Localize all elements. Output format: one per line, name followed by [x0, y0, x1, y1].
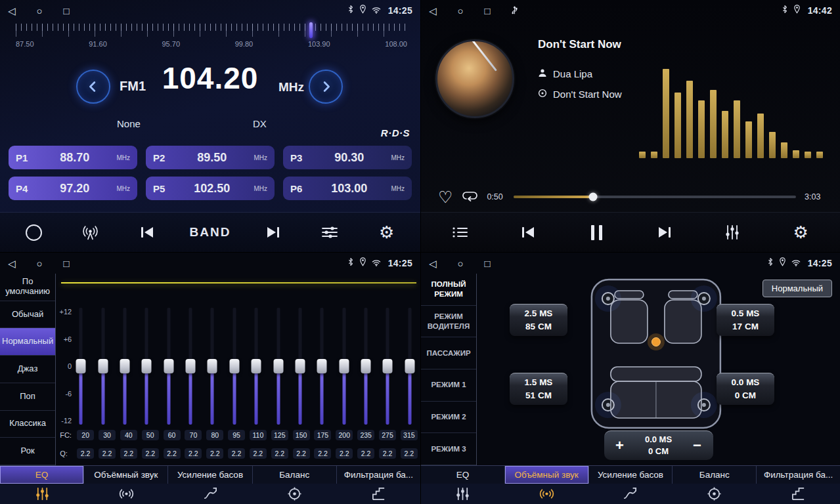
scan-button[interactable]: [19, 224, 48, 241]
eq-slider-handle[interactable]: [164, 359, 173, 373]
surround-icon[interactable]: [505, 486, 589, 501]
eq-band-slider-315[interactable]: [405, 308, 415, 425]
front-left-delay-button[interactable]: 2.5 MS 85 CM: [510, 304, 567, 336]
tab-surround[interactable]: Объёмный звук: [84, 466, 168, 484]
eq-slider-handle[interactable]: [383, 359, 393, 373]
eq-slider-handle[interactable]: [98, 359, 108, 373]
increase-delay-button[interactable]: +: [612, 438, 628, 453]
settings-button[interactable]: ⚙: [786, 224, 815, 241]
eq-band-slider-275[interactable]: [382, 308, 393, 425]
broadcast-button[interactable]: [76, 225, 105, 240]
tab-filter[interactable]: Фильтрация ба...: [337, 466, 420, 484]
eq-band-slider-95[interactable]: [229, 308, 240, 425]
home-icon[interactable]: ○: [37, 259, 43, 268]
eq-slider-handle[interactable]: [339, 359, 349, 373]
previous-station-button[interactable]: [133, 227, 162, 238]
eq-icon[interactable]: [0, 486, 84, 501]
eq-slider-handle[interactable]: [361, 359, 371, 373]
eq-slider-handle[interactable]: [186, 359, 196, 373]
eq-band-slider-40[interactable]: [120, 308, 130, 425]
surround-mode-item-2[interactable]: ПАССАЖИР: [421, 337, 476, 369]
eq-slider-handle[interactable]: [208, 359, 217, 373]
tab-eq[interactable]: EQ: [421, 466, 505, 484]
eq-slider-handle[interactable]: [229, 359, 239, 373]
home-icon[interactable]: ○: [458, 259, 464, 268]
preset-p2-button[interactable]: P289.50MHz: [146, 146, 275, 169]
equalizer-button[interactable]: [718, 224, 747, 240]
surround-mode-item-0[interactable]: ПОЛНЫЙ РЕЖИМ: [421, 274, 476, 306]
back-icon[interactable]: ◁: [429, 6, 437, 16]
preset-p4-button[interactable]: P497.20MHz: [9, 177, 137, 200]
frequency-ruler[interactable]: [16, 24, 407, 37]
eq-band-slider-30[interactable]: [98, 308, 108, 425]
eq-icon[interactable]: [421, 486, 505, 501]
eq-preset-item-1[interactable]: Обычай: [0, 301, 55, 329]
rear-left-delay-button[interactable]: 1.5 MS 51 CM: [510, 373, 567, 405]
tab-balance[interactable]: Баланс: [673, 466, 757, 484]
settings-button[interactable]: ⚙: [372, 224, 401, 241]
tab-filter[interactable]: Фильтрация ба...: [757, 466, 840, 484]
recents-icon[interactable]: □: [64, 6, 70, 16]
surround-icon[interactable]: [84, 486, 168, 501]
repeat-button[interactable]: [461, 190, 478, 204]
balance-icon[interactable]: [252, 486, 336, 501]
surround-mode-item-1[interactable]: РЕЖИМ ВОДИТЕЛЯ: [421, 306, 476, 338]
next-station-button[interactable]: [259, 227, 288, 238]
eq-preset-item-6[interactable]: Рок: [0, 438, 55, 465]
pause-button[interactable]: [582, 225, 611, 240]
back-icon[interactable]: ◁: [429, 259, 437, 268]
filter-icon[interactable]: [336, 486, 420, 501]
tab-bass-boost[interactable]: Усиление басов: [589, 466, 673, 484]
eq-slider-handle[interactable]: [76, 359, 86, 373]
tab-balance[interactable]: Баланс: [253, 466, 337, 484]
seek-slider[interactable]: [514, 196, 796, 198]
preset-p3-button[interactable]: P390.30MHz: [283, 146, 412, 169]
surround-mode-item-5[interactable]: РЕЖИМ 3: [421, 433, 476, 465]
eq-band-slider-150[interactable]: [295, 308, 305, 425]
eq-slider-handle[interactable]: [142, 359, 152, 373]
recents-icon[interactable]: □: [485, 259, 491, 268]
eq-slider-handle[interactable]: [273, 359, 283, 373]
frequency-dial[interactable]: 87.5091.6095.7099.80103.90108.00: [0, 21, 420, 54]
tab-bass-boost[interactable]: Усиление басов: [168, 466, 252, 484]
eq-preset-item-2[interactable]: Нормальный: [0, 328, 55, 356]
surround-mode-item-4[interactable]: РЕЖИМ 2: [421, 402, 476, 434]
eq-slider-handle[interactable]: [405, 359, 414, 373]
favorite-button[interactable]: ♡: [438, 189, 453, 205]
eq-band-slider-20[interactable]: [76, 308, 86, 425]
seek-knob[interactable]: [588, 193, 597, 201]
filter-icon[interactable]: [756, 486, 840, 501]
eq-band-slider-50[interactable]: [141, 308, 152, 425]
bass-boost-icon[interactable]: [588, 486, 673, 501]
tab-surround[interactable]: Объёмный звук: [505, 466, 589, 484]
eq-band-slider-70[interactable]: [185, 308, 196, 425]
playlist-button[interactable]: [446, 226, 475, 239]
tab-eq[interactable]: EQ: [0, 466, 84, 484]
eq-slider-handle[interactable]: [120, 359, 129, 373]
tune-down-button[interactable]: [76, 70, 110, 104]
preset-p5-button[interactable]: P5102.50MHz: [146, 177, 275, 200]
eq-slider-handle[interactable]: [317, 359, 327, 373]
recents-icon[interactable]: □: [64, 259, 70, 268]
eq-preset-item-4[interactable]: Поп: [0, 383, 55, 411]
eq-band-slider-110[interactable]: [251, 308, 261, 425]
previous-track-button[interactable]: [514, 227, 542, 238]
eq-preset-item-5[interactable]: Классика: [0, 411, 55, 438]
surround-mode-item-3[interactable]: РЕЖИМ 1: [421, 369, 476, 402]
eq-band-slider-200[interactable]: [339, 308, 349, 425]
home-icon[interactable]: ○: [37, 6, 43, 16]
bass-boost-icon[interactable]: [168, 486, 252, 501]
eq-preset-item-0[interactable]: По умолчанию: [0, 274, 55, 301]
balance-icon[interactable]: [673, 486, 757, 501]
preset-p6-button[interactable]: P6103.00MHz: [283, 177, 412, 200]
eq-slider-handle[interactable]: [295, 359, 305, 373]
front-right-delay-button[interactable]: 0.5 MS 17 CM: [717, 304, 774, 336]
eq-band-slider-125[interactable]: [273, 308, 284, 425]
back-icon[interactable]: ◁: [8, 259, 16, 268]
preset-p1-button[interactable]: P188.70MHz: [9, 146, 137, 169]
eq-band-slider-80[interactable]: [207, 308, 217, 425]
eq-band-slider-235[interactable]: [361, 308, 371, 425]
rear-right-delay-button[interactable]: 0.0 MS 0 CM: [717, 373, 774, 405]
decrease-delay-button[interactable]: −: [690, 438, 705, 453]
sound-profile-button[interactable]: Нормальный: [763, 280, 832, 297]
